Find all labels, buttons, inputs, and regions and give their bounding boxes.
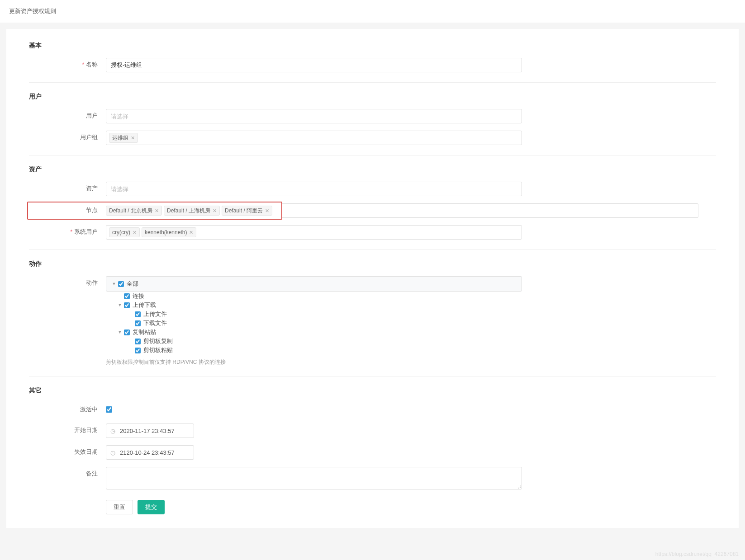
row-user: 用户 xyxy=(29,109,716,123)
tree-node-connect[interactable]: 连接 xyxy=(117,292,522,301)
label-name: 名称 xyxy=(29,58,106,71)
section-asset-title: 资产 xyxy=(29,165,716,174)
close-icon[interactable]: ✕ xyxy=(265,208,269,214)
sysuser-select[interactable]: cry(cry)✕ kenneth(kenneth)✕ xyxy=(106,225,522,240)
close-icon[interactable]: ✕ xyxy=(213,208,217,214)
divider xyxy=(29,249,716,250)
node-select-inner[interactable]: Default / 北京机房✕ Default / 上海机房✕ Default … xyxy=(106,203,280,218)
divider xyxy=(29,155,716,155)
enddate-input[interactable]: ◷ 2120-10-24 23:43:57 xyxy=(106,445,194,460)
name-input[interactable] xyxy=(106,58,522,72)
row-node: 节点 Default / 北京机房✕ Default / 上海机房✕ Defau… xyxy=(29,203,716,218)
startdate-input[interactable]: ◷ 2020-11-17 23:43:57 xyxy=(106,424,194,438)
checkbox-download[interactable] xyxy=(135,320,141,326)
tag-sysuser[interactable]: cry(cry)✕ xyxy=(109,227,140,237)
row-startdate: 开始日期 ◷ 2020-11-17 23:43:57 xyxy=(29,424,716,438)
tree-node-clipcopy[interactable]: 剪切板复制 xyxy=(128,337,522,346)
section-user-title: 用户 xyxy=(29,93,716,101)
tree-node-download[interactable]: 下载文件 xyxy=(128,319,522,328)
close-icon[interactable]: ✕ xyxy=(189,230,193,235)
reset-button[interactable]: 重置 xyxy=(106,500,133,514)
row-sysuser: 系统用户 cry(cry)✕ kenneth(kenneth)✕ xyxy=(29,225,716,240)
row-name: 名称 xyxy=(29,58,716,72)
page-title: 更新资产授权规则 xyxy=(9,8,56,14)
checkbox-updownload[interactable] xyxy=(124,302,130,308)
row-remark: 备注 xyxy=(29,467,716,491)
close-icon[interactable]: ✕ xyxy=(131,135,135,141)
row-active: 激活中 xyxy=(29,403,716,416)
main-form-card: 基本 名称 用户 用户 用户组 运维组 ✕ 资产 资产 xyxy=(6,29,739,528)
checkbox-clipcopy[interactable] xyxy=(135,339,141,344)
clock-icon: ◷ xyxy=(110,428,115,434)
label-active: 激活中 xyxy=(29,403,106,416)
tree-node-clipboard[interactable]: ▼ 复制粘贴 xyxy=(117,328,522,337)
label-startdate: 开始日期 xyxy=(29,424,106,437)
checkbox-all[interactable] xyxy=(118,281,124,287)
row-action: 动作 ▼ 全部 连接 ▼ 上传下载 xyxy=(29,276,716,366)
label-enddate: 失效日期 xyxy=(29,445,106,459)
label-remark: 备注 xyxy=(29,467,106,480)
tag-node[interactable]: Default / 北京机房✕ xyxy=(106,206,162,216)
clock-icon: ◷ xyxy=(110,449,115,456)
button-row: 重置 提交 xyxy=(106,500,716,514)
label-asset: 资产 xyxy=(29,182,106,195)
checkbox-clipboard[interactable] xyxy=(124,329,130,335)
close-icon[interactable]: ✕ xyxy=(155,208,159,214)
active-checkbox[interactable] xyxy=(106,406,112,413)
remark-textarea[interactable] xyxy=(106,467,522,489)
divider xyxy=(29,82,716,83)
chevron-down-icon[interactable]: ▼ xyxy=(117,328,123,337)
action-tree: ▼ 全部 xyxy=(106,276,522,292)
checkbox-upload[interactable] xyxy=(135,311,141,317)
tag-usergroup[interactable]: 运维组 ✕ xyxy=(109,133,138,143)
tree-node-updownload[interactable]: ▼ 上传下载 xyxy=(117,301,522,310)
section-action-title: 动作 xyxy=(29,260,716,268)
label-action: 动作 xyxy=(29,276,106,290)
usergroup-select[interactable]: 运维组 ✕ xyxy=(106,131,522,145)
label-user: 用户 xyxy=(29,109,106,122)
tree-node-clippaste[interactable]: 剪切板粘贴 xyxy=(128,346,522,355)
close-icon[interactable]: ✕ xyxy=(133,230,137,235)
chevron-down-icon[interactable]: ▼ xyxy=(111,279,117,288)
row-enddate: 失效日期 ◷ 2120-10-24 23:43:57 xyxy=(29,445,716,460)
row-asset: 资产 xyxy=(29,182,716,196)
tree-node-upload[interactable]: 上传文件 xyxy=(128,310,522,319)
submit-button[interactable]: 提交 xyxy=(138,500,165,514)
label-node: 节点 xyxy=(29,203,106,218)
node-select-rest[interactable] xyxy=(282,203,698,218)
divider xyxy=(29,376,716,376)
chevron-down-icon[interactable]: ▼ xyxy=(117,301,123,310)
tag-label: 运维组 xyxy=(112,134,128,142)
checkbox-connect[interactable] xyxy=(124,293,130,299)
tag-node[interactable]: Default / 阿里云✕ xyxy=(222,206,272,216)
section-other-title: 其它 xyxy=(29,386,716,395)
label-sysuser: 系统用户 xyxy=(29,225,106,239)
action-help-text: 剪切板权限控制目前仅支持 RDP/VNC 协议的连接 xyxy=(106,358,522,366)
user-select[interactable] xyxy=(106,109,522,123)
label-usergroup: 用户组 xyxy=(29,131,106,144)
section-basic-title: 基本 xyxy=(29,42,716,50)
asset-select[interactable] xyxy=(106,182,522,196)
tag-sysuser[interactable]: kenneth(kenneth)✕ xyxy=(142,227,196,237)
page-header: 更新资产授权规则 xyxy=(0,0,745,23)
tag-node[interactable]: Default / 上海机房✕ xyxy=(164,206,220,216)
tree-node-all[interactable]: ▼ 全部 xyxy=(111,279,517,288)
highlight-node: 节点 Default / 北京机房✕ Default / 上海机房✕ Defau… xyxy=(27,202,282,220)
checkbox-clippaste[interactable] xyxy=(135,348,141,353)
row-usergroup: 用户组 运维组 ✕ xyxy=(29,131,716,145)
